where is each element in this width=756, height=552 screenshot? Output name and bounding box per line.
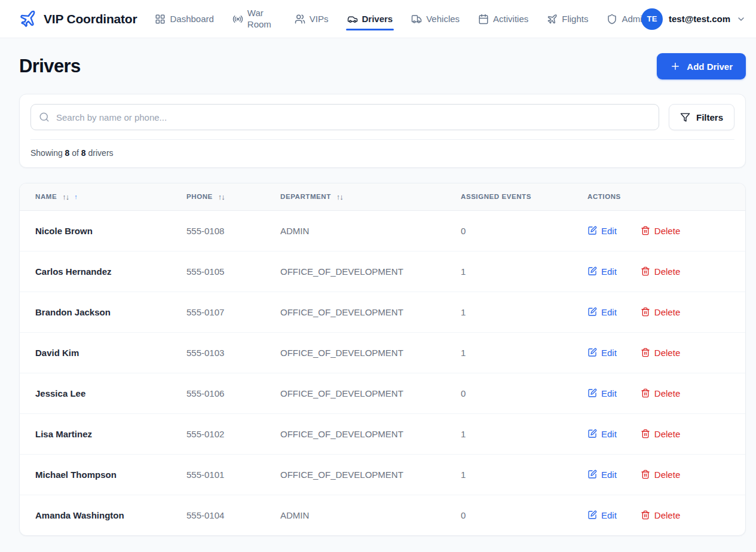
summary-total-count: 8 xyxy=(81,148,86,158)
edit-button[interactable]: Edit xyxy=(587,307,617,317)
driver-phone: 555-0105 xyxy=(186,251,280,292)
trash-icon xyxy=(641,266,650,276)
sort-icon[interactable]: ↑↓ xyxy=(336,192,343,201)
nav-item-vehicles[interactable]: Vehicles xyxy=(411,0,460,38)
driver-department: OFFICE_OF_DEVELOPMENT xyxy=(280,373,461,413)
delete-button[interactable]: Delete xyxy=(641,266,680,277)
driver-name: David Kim xyxy=(20,332,186,373)
nav-item-flights[interactable]: Flights xyxy=(547,0,588,38)
brand[interactable]: VIP Coordinator xyxy=(19,10,137,28)
summary-suffix: drivers xyxy=(88,148,114,158)
edit-label: Edit xyxy=(601,510,617,520)
add-driver-button[interactable]: Add Driver xyxy=(657,53,746,79)
delete-label: Delete xyxy=(654,470,680,480)
drivers-page: Drivers Add Driver Filters Showing 8 of … xyxy=(0,53,756,536)
funnel-icon xyxy=(680,112,690,122)
driver-name: Nicole Brown xyxy=(20,210,186,251)
driver-phone: 555-0104 xyxy=(186,495,280,535)
delete-button[interactable]: Delete xyxy=(641,429,680,439)
driver-name: Brandon Jackson xyxy=(20,292,186,332)
car-icon xyxy=(347,14,358,24)
sort-asc-icon: ↑ xyxy=(74,193,78,200)
users-icon xyxy=(295,14,305,24)
delete-button[interactable]: Delete xyxy=(641,388,680,398)
nav-item-vips[interactable]: VIPs xyxy=(295,0,329,38)
driver-name: Carlos Hernandez xyxy=(20,251,186,292)
delete-button[interactable]: Delete xyxy=(641,510,680,520)
delete-label: Delete xyxy=(654,307,680,317)
drivers-table-body: Nicole Brown555-0108ADMIN0EditDeleteCarl… xyxy=(20,210,745,535)
edit-icon xyxy=(587,226,597,235)
nav-item-label: Activities xyxy=(493,14,528,24)
nav-item-label: Drivers xyxy=(362,14,393,24)
edit-icon xyxy=(587,470,597,479)
edit-button[interactable]: Edit xyxy=(587,470,617,480)
driver-name: Lisa Martinez xyxy=(20,413,186,454)
summary-prefix: Showing xyxy=(30,148,63,158)
nav-item-label: War Room xyxy=(247,8,276,30)
table-row: David Kim555-0103OFFICE_OF_DEVELOPMENT1E… xyxy=(20,332,745,373)
column-header-name[interactable]: NAME↑↓↑ xyxy=(20,183,186,210)
trash-icon xyxy=(641,470,650,479)
user-menu[interactable]: TE test@test.com xyxy=(641,8,746,30)
trash-icon xyxy=(641,388,650,398)
delete-button[interactable]: Delete xyxy=(641,307,680,317)
nav-item-dashboard[interactable]: Dashboard xyxy=(155,0,213,38)
driver-name: Amanda Washington xyxy=(20,495,186,535)
edit-icon xyxy=(587,266,597,276)
table-row: Jessica Lee555-0106OFFICE_OF_DEVELOPMENT… xyxy=(20,373,745,413)
chevron-down-icon[interactable] xyxy=(736,14,746,24)
calendar-icon xyxy=(478,14,489,24)
edit-label: Edit xyxy=(601,307,617,317)
driver-assigned-events: 1 xyxy=(461,251,587,292)
search-input[interactable] xyxy=(30,104,659,130)
delete-button[interactable]: Delete xyxy=(641,348,680,358)
shield-icon xyxy=(607,14,617,24)
page-title: Drivers xyxy=(19,56,81,77)
plus-icon xyxy=(670,61,681,72)
delete-label: Delete xyxy=(654,348,680,358)
drivers-table-card: NAME↑↓↑PHONE↑↓DEPARTMENT↑↓ASSIGNED EVENT… xyxy=(19,183,746,536)
edit-button[interactable]: Edit xyxy=(587,266,617,277)
nav-item-activities[interactable]: Activities xyxy=(478,0,528,38)
driver-assigned-events: 0 xyxy=(461,210,587,251)
delete-button[interactable]: Delete xyxy=(641,226,680,236)
driver-actions-cell: EditDelete xyxy=(587,251,745,292)
sort-icon[interactable]: ↑↓ xyxy=(218,192,225,201)
edit-button[interactable]: Edit xyxy=(587,429,617,439)
column-label: ASSIGNED EVENTS xyxy=(461,193,531,200)
edit-label: Edit xyxy=(601,226,617,236)
edit-label: Edit xyxy=(601,388,617,398)
driver-phone: 555-0106 xyxy=(186,373,280,413)
driver-assigned-events: 1 xyxy=(461,413,587,454)
edit-icon xyxy=(587,388,597,398)
trash-icon xyxy=(641,226,650,235)
delete-button[interactable]: Delete xyxy=(641,470,680,480)
edit-button[interactable]: Edit xyxy=(587,388,617,398)
driver-phone: 555-0102 xyxy=(186,413,280,454)
filters-button[interactable]: Filters xyxy=(669,104,734,130)
driver-actions-cell: EditDelete xyxy=(587,332,745,373)
driver-assigned-events: 0 xyxy=(461,495,587,535)
edit-button[interactable]: Edit xyxy=(587,226,617,236)
edit-label: Edit xyxy=(601,348,617,358)
nav-item-drivers[interactable]: Drivers xyxy=(347,0,393,38)
sort-icon[interactable]: ↑↓ xyxy=(62,192,69,201)
table-row: Michael Thompson555-0101OFFICE_OF_DEVELO… xyxy=(20,454,745,495)
nav-item-war-room[interactable]: War Room xyxy=(232,0,276,38)
column-header-phone[interactable]: PHONE↑↓ xyxy=(186,183,280,210)
drivers-table: NAME↑↓↑PHONE↑↓DEPARTMENT↑↓ASSIGNED EVENT… xyxy=(20,183,745,535)
edit-button[interactable]: Edit xyxy=(587,510,617,520)
edit-icon xyxy=(587,348,597,357)
table-row: Nicole Brown555-0108ADMIN0EditDelete xyxy=(20,210,745,251)
nav-item-label: VIPs xyxy=(310,14,329,24)
edit-icon xyxy=(587,429,597,438)
edit-button[interactable]: Edit xyxy=(587,348,617,358)
edit-icon xyxy=(587,510,597,520)
trash-icon xyxy=(641,307,650,317)
table-row: Lisa Martinez555-0102OFFICE_OF_DEVELOPME… xyxy=(20,413,745,454)
column-header-department[interactable]: DEPARTMENT↑↓ xyxy=(280,183,461,210)
avatar[interactable]: TE xyxy=(641,8,663,30)
search-box xyxy=(30,104,659,130)
divider xyxy=(30,139,734,140)
